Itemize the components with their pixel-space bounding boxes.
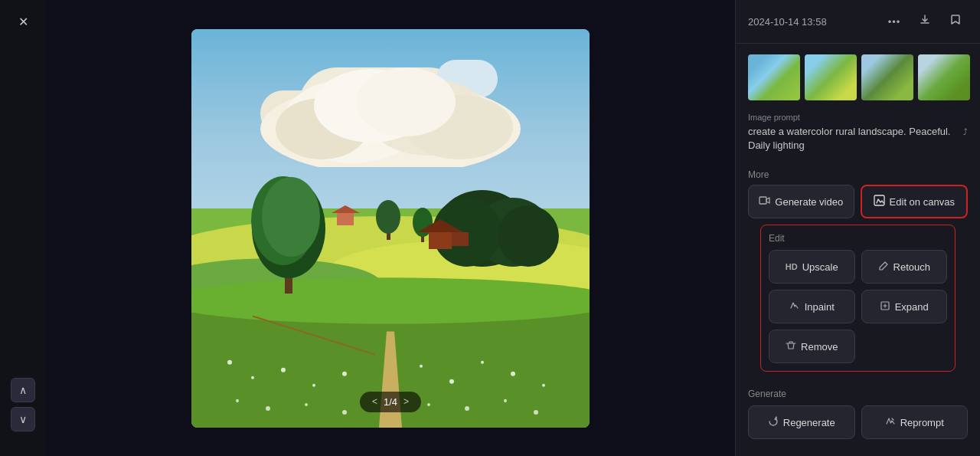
edit-outer: Edit HD Upscale Retouch [736,218,980,379]
left-sidebar: ✕ ∧ ∨ [0,0,46,456]
prev-arrow-button[interactable]: ∧ [11,378,35,402]
main-image-area: < 1/4 > [46,0,735,456]
svg-point-36 [262,177,320,257]
regenerate-label: Regenerate [783,417,835,428]
inpaint-button[interactable]: Inpaint [769,290,855,323]
close-button[interactable]: ✕ [11,9,35,34]
svg-marker-49 [332,205,360,213]
prompt-text: create a watercolor rural landscape. Pea… [748,125,968,153]
prompt-label: Image prompt [748,113,968,122]
right-panel: 2024-10-14 13:58 ••• [735,0,980,456]
more-section-label: More [736,163,980,185]
expand-icon [880,300,890,313]
upscale-label: Upscale [802,261,838,273]
more-buttons-row: Generate video Edit on canvas [736,185,980,218]
expand-button[interactable]: Expand [861,290,948,323]
next-image-button[interactable]: > [403,396,409,407]
remove-icon [786,340,796,353]
image-counter: < 1/4 > [360,392,421,412]
regenerate-icon [768,416,779,429]
timestamp: 2024-10-14 13:58 [748,16,827,28]
remove-label: Remove [801,341,838,353]
generate-video-label: Generate video [775,196,843,208]
next-arrow-button[interactable]: ∨ [11,407,35,431]
regenerate-button[interactable]: Regenerate [748,405,855,439]
reprompt-label: Reprompt [900,417,944,428]
retouch-icon [878,261,889,274]
video-icon [759,195,770,208]
thumbnail-1[interactable] [748,54,800,100]
reprompt-button[interactable]: Reprompt [861,405,969,439]
thumbnail-2[interactable] [805,54,857,100]
prompt-link-icon[interactable]: ⤴ [963,126,968,138]
edit-section-label: Edit [769,233,947,244]
bookmark-icon [949,14,962,29]
prev-image-button[interactable]: < [372,396,377,407]
generate-label: Generate [748,385,968,405]
bookmark-button[interactable] [943,9,968,34]
counter-text: 1/4 [384,396,397,408]
thumbnails-row [736,44,980,108]
remove-button[interactable]: Remove [769,330,855,363]
prompt-section: Image prompt create a watercolor rural l… [736,108,980,163]
more-options-button[interactable]: ••• [882,9,906,34]
retouch-button[interactable]: Retouch [861,250,948,284]
download-icon [919,14,931,29]
inpaint-label: Inpaint [805,301,835,313]
retouch-label: Retouch [893,261,930,273]
svg-rect-50 [760,197,766,204]
svg-rect-48 [337,213,354,225]
trees-svg [191,29,590,428]
svg-point-40 [498,205,559,267]
panel-header: 2024-10-14 13:58 ••• [736,0,980,44]
svg-rect-45 [429,232,452,249]
main-image [191,29,590,428]
svg-rect-47 [452,232,469,246]
generate-video-button[interactable]: Generate video [748,185,854,218]
edit-buttons-grid: HD Upscale Retouch [769,250,947,363]
main-image-container: < 1/4 > [191,29,590,428]
edit-section-wrapper: Edit HD Upscale Retouch [760,225,956,372]
download-button[interactable] [913,9,937,34]
generate-section: Generate Regenerate Reprompt [736,379,980,453]
expand-label: Expand [895,301,929,313]
more-dots-icon: ••• [888,16,901,28]
reprompt-icon [885,416,896,429]
upscale-button[interactable]: HD Upscale [769,250,855,284]
thumbnail-4[interactable] [918,54,970,100]
inpaint-icon [789,300,800,313]
nav-arrows: ∧ ∨ [11,378,35,431]
svg-point-42 [376,200,400,234]
edit-on-canvas-label: Edit on canvas [890,196,955,208]
edit-on-canvas-button[interactable]: Edit on canvas [861,185,969,218]
canvas-icon [874,195,885,208]
generate-buttons-row: Regenerate Reprompt [748,405,968,439]
thumbnail-3[interactable] [861,54,913,100]
hd-icon: HD [786,262,798,271]
